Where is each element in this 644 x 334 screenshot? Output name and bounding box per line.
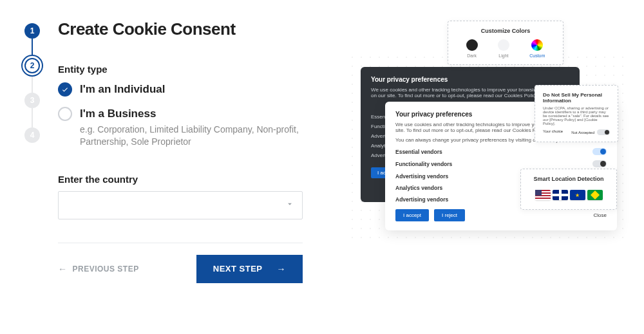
radio-individual[interactable]: I'm an Individual	[58, 82, 328, 97]
toggle-icon	[592, 160, 607, 167]
light-close: Close	[594, 212, 607, 218]
sell-title: Do Not Sell My Personal Information	[543, 92, 610, 104]
flag-eu-icon: ★	[570, 190, 585, 200]
radio-business-sub: e.g. Corporation, Limited Liability Comp…	[80, 124, 328, 148]
location-detection-card: Smart Location Detection ★	[520, 169, 617, 210]
customize-colors-title: Customize Colors	[456, 28, 555, 34]
preview-illustration: Customize Colors Dark Light Custom Your …	[361, 21, 631, 252]
radio-business[interactable]: I'm a Business e.g. Corporation, Limited…	[58, 107, 328, 148]
vendor-row: Essential vendors	[395, 148, 607, 155]
flag-br-icon	[587, 190, 603, 200]
step-line	[32, 108, 33, 127]
check-icon	[61, 86, 69, 93]
radio-business-control[interactable]	[58, 107, 72, 121]
color-option-dark: Dark	[466, 39, 478, 58]
radio-individual-label: I'm an Individual	[80, 82, 166, 97]
stepper: 1 2 3 4	[13, 19, 52, 283]
color-option-light: Light	[498, 39, 509, 58]
dark-title: Your privacy preferences	[371, 76, 569, 83]
light-accept: I accept	[395, 209, 429, 221]
step-2: 2	[24, 58, 40, 73]
step-line	[32, 39, 33, 58]
toggle-icon	[597, 129, 610, 135]
country-label: Enter the country	[58, 174, 328, 185]
sell-choice-label: Your choice	[543, 129, 563, 135]
sell-body: Under CCPA, sharing or advertising or de…	[543, 106, 610, 125]
country-select[interactable]	[58, 191, 303, 219]
arrow-left-icon: ←	[58, 264, 68, 274]
step-3: 3	[24, 93, 40, 108]
flag-us-icon	[535, 190, 551, 200]
color-option-custom: Custom	[529, 39, 545, 58]
location-title: Smart Location Detection	[529, 176, 609, 182]
step-4: 4	[24, 127, 40, 143]
do-not-sell-card: Do Not Sell My Personal Information Unde…	[535, 85, 618, 142]
step-line	[32, 73, 33, 93]
toggle-icon	[592, 148, 607, 155]
previous-step-label: PREVIOUS STEP	[73, 264, 139, 274]
step-1: 1	[24, 23, 40, 39]
arrow-right-icon: →	[277, 264, 287, 274]
page-title: Create Cookie Consent	[58, 19, 328, 39]
radio-individual-control[interactable]	[58, 82, 72, 97]
form-column: Create Cookie Consent Entity type I'm an…	[52, 19, 328, 283]
vendor-row: Functionality vendors	[395, 160, 607, 167]
previous-step-button[interactable]: ← PREVIOUS STEP	[58, 264, 139, 274]
next-step-button[interactable]: NEXT STEP →	[196, 255, 303, 283]
customize-colors-card: Customize Colors Dark Light Custom	[448, 21, 564, 65]
next-step-label: NEXT STEP	[213, 264, 263, 274]
chevron-down-icon	[285, 199, 294, 211]
divider	[58, 243, 303, 243]
entity-type-label: Entity type	[58, 64, 328, 75]
light-reject: I reject	[434, 209, 465, 221]
flag-uk-icon	[553, 190, 568, 200]
sell-status: Not Accepted	[571, 131, 594, 135]
radio-business-label: I'm a Business	[80, 107, 328, 121]
